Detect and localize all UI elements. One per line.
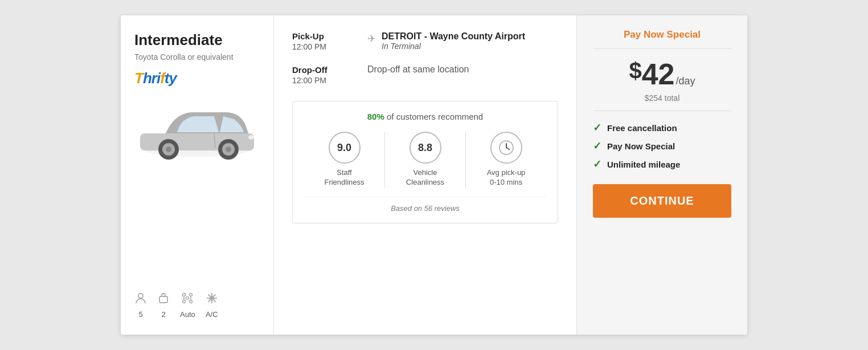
perk-label-1: Free cancellation	[607, 123, 677, 133]
dropoff-time: 12:00 PM	[292, 76, 349, 85]
passengers-icon	[134, 292, 147, 308]
middle-panel: Pick-Up 12:00 PM Drop-Off 12:00 PM ✈ DET…	[274, 15, 576, 335]
transmission-label: Auto	[180, 310, 195, 319]
svg-line-27	[506, 148, 509, 149]
dropoff-section: Drop-Off 12:00 PM	[292, 65, 349, 85]
rating-cleanliness: 8.8 VehicleCleanliness	[385, 132, 466, 188]
car-subtitle: Toyota Corolla or equivalent	[134, 52, 260, 62]
price-total: $254 total	[593, 93, 731, 103]
feature-ac: A/C	[206, 292, 218, 319]
dropoff-location-text: Drop-off at same location	[367, 64, 558, 75]
feature-bags: 2	[157, 292, 170, 319]
price-row: $42/day	[593, 57, 731, 91]
rating-staff: 9.0 StaffFriendliness	[304, 132, 385, 188]
recommend-text: of customers recommend	[387, 112, 483, 121]
svg-point-8	[248, 135, 254, 140]
svg-point-7	[226, 146, 231, 152]
svg-point-16	[190, 300, 193, 303]
staff-score: 9.0	[337, 142, 351, 154]
cleanliness-score: 8.8	[418, 142, 432, 154]
price-amount: 42	[642, 58, 675, 91]
pickup-section: Pick-Up 12:00 PM	[292, 31, 349, 51]
staff-label: StaffFriendliness	[324, 168, 364, 188]
staff-score-circle: 9.0	[329, 132, 361, 164]
perks-list: ✓ Free cancellation ✓ Pay Now Special ✓ …	[593, 121, 731, 170]
feature-transmission: Auto	[180, 292, 195, 319]
pickup-location-sub: In Terminal	[382, 42, 525, 51]
divider-bottom	[593, 111, 731, 111]
clock-icon	[498, 140, 514, 156]
ac-icon	[206, 292, 218, 308]
price-dollar-sign: $	[629, 58, 641, 83]
svg-point-14	[186, 297, 189, 300]
recommend-header: 80% of customers recommend	[304, 112, 546, 121]
pickup-label: Pick-Up	[292, 31, 349, 41]
recommend-pct: 80%	[367, 112, 384, 121]
perk-free-cancellation: ✓ Free cancellation	[593, 121, 731, 134]
car-features: 5 2	[134, 292, 260, 319]
car-image	[134, 96, 260, 165]
car-card: Intermediate Toyota Corolla or equivalen…	[121, 15, 747, 335]
svg-point-12	[183, 294, 186, 296]
bags-icon	[157, 292, 170, 308]
pickup-dropoff-section: Pick-Up 12:00 PM Drop-Off 12:00 PM ✈ DET…	[292, 31, 558, 85]
passengers-count: 5	[138, 310, 142, 319]
svg-point-4	[166, 146, 171, 152]
continue-button[interactable]: CONTINUE	[593, 184, 731, 218]
svg-rect-11	[159, 296, 167, 303]
car-title: Intermediate	[134, 31, 260, 49]
avg-pickup-label: Avg pick-up0-10 mins	[487, 168, 526, 188]
pickup-location-row: ✈ DETROIT - Wayne County Airport In Term…	[367, 31, 558, 51]
bags-count: 2	[161, 310, 165, 319]
divider-top	[593, 48, 731, 49]
ratings-box: 80% of customers recommend 9.0 StaffFrie…	[292, 101, 558, 223]
perk-pay-now: ✓ Pay Now Special	[593, 140, 731, 152]
reviews-text: Based on 56 reviews	[304, 197, 546, 213]
svg-point-15	[183, 300, 186, 303]
svg-point-13	[190, 294, 193, 296]
pickup-time: 12:00 PM	[292, 42, 349, 51]
right-panel: Pay Now Special $42/day $254 total ✓ Fre…	[576, 15, 747, 335]
perk-label-3: Unlimited mileage	[607, 160, 680, 169]
brand-logo: Thrifty	[134, 70, 260, 87]
pickup-location-name: DETROIT - Wayne County Airport	[382, 31, 525, 42]
ratings-row: 9.0 StaffFriendliness 8.8 VehicleCleanli…	[304, 132, 546, 188]
perk-label-2: Pay Now Special	[607, 141, 675, 151]
perk-unlimited-mileage: ✓ Unlimited mileage	[593, 158, 731, 170]
feature-passengers: 5	[134, 292, 147, 319]
left-panel: Intermediate Toyota Corolla or equivalen…	[121, 15, 274, 335]
pickup-time-circle	[490, 132, 522, 164]
location-section: ✈ DETROIT - Wayne County Airport In Term…	[367, 31, 558, 85]
transmission-icon	[181, 292, 194, 308]
price-per-day: /day	[676, 75, 695, 87]
check-icon-2: ✓	[593, 140, 601, 152]
pay-now-special-label: Pay Now Special	[593, 29, 731, 40]
check-icon-3: ✓	[593, 158, 601, 170]
svg-point-10	[138, 294, 143, 298]
plane-icon: ✈	[367, 32, 376, 45]
dropoff-label: Drop-Off	[292, 65, 349, 75]
rating-pickup-time: Avg pick-up0-10 mins	[466, 132, 546, 188]
ac-label: A/C	[206, 310, 218, 319]
cleanliness-score-circle: 8.8	[410, 132, 441, 164]
check-icon-1: ✓	[593, 121, 601, 134]
cleanliness-label: VehicleCleanliness	[406, 168, 444, 188]
